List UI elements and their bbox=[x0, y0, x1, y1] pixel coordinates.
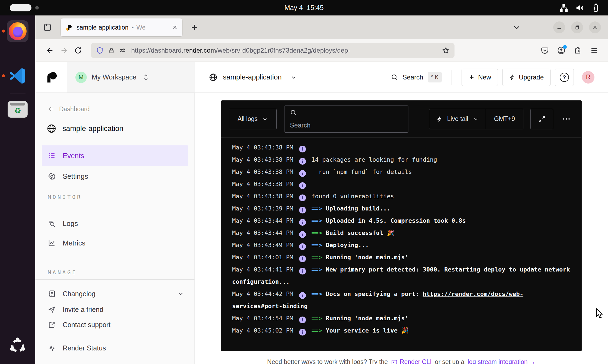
log-arrow: ==> bbox=[311, 242, 326, 248]
more-options-icon[interactable] bbox=[559, 109, 574, 129]
info-icon[interactable]: i bbox=[299, 317, 306, 323]
log-arrow: ==> bbox=[311, 290, 326, 297]
help-icon bbox=[560, 73, 569, 82]
help-button[interactable] bbox=[555, 69, 574, 86]
sidebar-item-metrics[interactable]: Metrics bbox=[35, 233, 194, 253]
sidebar-item-events[interactable]: Events bbox=[42, 145, 188, 166]
live-tail-dropdown[interactable]: Live tail bbox=[429, 109, 486, 129]
info-icon[interactable]: i bbox=[299, 158, 306, 165]
network-icon[interactable] bbox=[559, 3, 568, 12]
info-icon[interactable]: i bbox=[299, 329, 306, 336]
search-label: Search bbox=[403, 74, 423, 81]
log-stream-integration-link[interactable]: log stream integration → bbox=[468, 358, 536, 364]
log-message: Running 'node main.mjs' bbox=[326, 315, 408, 322]
footer-text: Need better ways to work with logs? Try … bbox=[267, 358, 388, 364]
volume-icon[interactable] bbox=[575, 3, 584, 12]
info-icon[interactable]: i bbox=[299, 292, 306, 299]
forward-icon[interactable] bbox=[57, 43, 71, 58]
tab-title: sample-application bbox=[76, 24, 129, 31]
firefox-logo bbox=[9, 22, 27, 40]
bookmark-star-icon[interactable] bbox=[442, 47, 450, 54]
log-timestamp: May 4 03:43:38 PM bbox=[232, 144, 293, 151]
timezone-button[interactable]: GMT+9 bbox=[486, 109, 523, 129]
gear-icon bbox=[47, 172, 56, 180]
live-tail-group: Live tail GMT+9 bbox=[429, 109, 523, 129]
render-cli-link[interactable]: Render CLI bbox=[391, 358, 432, 364]
changelog-icon bbox=[47, 290, 56, 298]
lock-icon[interactable] bbox=[108, 47, 115, 54]
log-arrow: ==> bbox=[311, 327, 326, 334]
pocket-icon[interactable] bbox=[541, 46, 549, 55]
sidebar-service-title[interactable]: sample-application bbox=[35, 121, 194, 136]
log-search-input[interactable] bbox=[290, 122, 403, 129]
new-button[interactable]: New bbox=[462, 69, 498, 86]
system-clock[interactable]: May 4 15:45 bbox=[0, 0, 608, 15]
info-icon[interactable]: i bbox=[299, 207, 306, 213]
upgrade-button[interactable]: Upgrade bbox=[502, 69, 551, 86]
log-message: Running 'node main.mjs' bbox=[326, 254, 408, 261]
info-icon[interactable]: i bbox=[299, 231, 306, 238]
sidebar-back-dashboard[interactable]: Dashboard bbox=[35, 104, 194, 114]
service-name: sample-application bbox=[223, 73, 282, 81]
tab-strip: sample-application • We bbox=[35, 15, 608, 39]
tracking-shield-icon[interactable] bbox=[96, 47, 104, 54]
workspace-name: My Workspace bbox=[92, 73, 136, 81]
log-filter-dropdown[interactable]: All logs bbox=[229, 109, 277, 129]
tab-separator: • bbox=[132, 24, 134, 31]
minimize-button[interactable] bbox=[553, 21, 565, 33]
global-search-button[interactable]: Search ^ K bbox=[391, 72, 442, 82]
list-all-tabs-icon[interactable] bbox=[513, 23, 521, 31]
info-icon[interactable]: i bbox=[299, 182, 306, 189]
url-input[interactable]: https://dashboard.render.com/web/srv-d0b… bbox=[91, 43, 455, 58]
user-avatar[interactable]: R bbox=[582, 71, 594, 84]
menu-icon[interactable] bbox=[590, 46, 598, 55]
ubuntu-logo bbox=[9, 337, 27, 355]
clock-date: May 4 bbox=[284, 4, 303, 12]
tab-close-icon[interactable] bbox=[172, 24, 178, 30]
browser-tab[interactable]: sample-application • We bbox=[61, 18, 182, 36]
log-list[interactable]: May 4 03:43:38 PMi May 4 03:43:38 PMi14 … bbox=[221, 138, 581, 351]
back-icon[interactable] bbox=[43, 43, 57, 58]
new-tab-button[interactable] bbox=[190, 23, 199, 31]
log-timestamp: May 4 03:44:54 PM bbox=[232, 315, 293, 322]
sidebar-item-render-status[interactable]: Render Status bbox=[35, 340, 194, 356]
service-selector[interactable]: sample-application bbox=[209, 62, 297, 92]
log-entry: May 4 03:43:44 PMi==> Uploaded in 4.5s. … bbox=[232, 215, 571, 227]
info-icon[interactable]: i bbox=[299, 170, 306, 177]
dock-trash-icon[interactable] bbox=[7, 98, 28, 120]
firefox-view-icon[interactable] bbox=[41, 21, 54, 34]
info-icon[interactable]: i bbox=[299, 256, 306, 262]
battery-icon[interactable] bbox=[591, 3, 600, 12]
log-timestamp: May 4 03:44:41 PM bbox=[232, 266, 293, 273]
close-window-button[interactable] bbox=[589, 21, 601, 33]
extensions-icon[interactable] bbox=[574, 46, 582, 55]
maximize-button[interactable] bbox=[571, 21, 583, 33]
search-icon bbox=[290, 109, 403, 116]
permissions-icon[interactable] bbox=[119, 47, 126, 54]
workspace-avatar: M bbox=[75, 72, 87, 83]
render-logo[interactable] bbox=[35, 62, 68, 92]
chevron-down-icon[interactable] bbox=[177, 290, 184, 297]
footer-text: or set up a bbox=[435, 358, 465, 364]
reload-icon[interactable] bbox=[71, 43, 85, 58]
workspace-selector[interactable]: M My Workspace bbox=[68, 62, 195, 92]
info-icon[interactable]: i bbox=[299, 243, 306, 250]
info-icon[interactable]: i bbox=[299, 194, 306, 201]
sidebar-item-contact-support[interactable]: Contact support bbox=[35, 317, 194, 332]
chevron-down-icon bbox=[262, 116, 268, 122]
info-icon[interactable]: i bbox=[299, 219, 306, 226]
sidebar-item-invite[interactable]: Invite a friend bbox=[35, 302, 194, 317]
dock-firefox-icon[interactable] bbox=[7, 20, 28, 42]
log-entry: May 4 03:44:54 PMi==> Running 'node main… bbox=[232, 312, 571, 324]
sidebar-item-logs[interactable]: Logs bbox=[35, 214, 194, 233]
dock-vscode-icon[interactable] bbox=[7, 65, 28, 87]
expand-logs-button[interactable] bbox=[530, 109, 553, 129]
chart-icon bbox=[47, 239, 56, 247]
info-icon[interactable]: i bbox=[299, 146, 306, 152]
show-apps-button[interactable] bbox=[7, 335, 28, 357]
sidebar-item-settings[interactable]: Settings bbox=[35, 166, 194, 187]
account-icon[interactable] bbox=[557, 46, 566, 55]
sidebar-item-changelog[interactable]: Changelog bbox=[35, 286, 194, 302]
info-icon[interactable]: i bbox=[299, 268, 306, 274]
log-search-box[interactable] bbox=[284, 106, 408, 133]
